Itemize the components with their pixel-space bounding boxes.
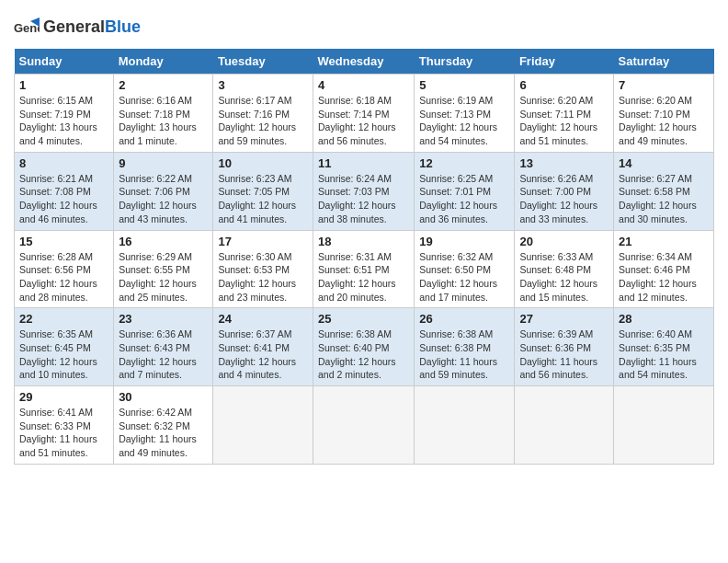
logo-blue-text: Blue (105, 17, 141, 36)
daylight-hours: Daylight: 11 hours and 49 minutes. (119, 432, 208, 459)
daylight-hours: Daylight: 12 hours and 28 minutes. (19, 277, 108, 304)
day-info: Sunrise: 6:35 AMSunset: 6:45 PMDaylight:… (19, 327, 108, 382)
sunrise-time: Sunrise: 6:18 AM (318, 94, 409, 108)
table-row: 14Sunrise: 6:27 AMSunset: 6:58 PMDayligh… (614, 152, 714, 230)
header-wednesday: Wednesday (313, 49, 414, 75)
sunrise-time: Sunrise: 6:38 AM (419, 327, 509, 341)
daylight-hours: Daylight: 11 hours and 56 minutes. (519, 355, 609, 382)
sunset-time: Sunset: 6:35 PM (619, 341, 709, 355)
table-row: 28Sunrise: 6:40 AMSunset: 6:35 PMDayligh… (614, 308, 714, 386)
sunset-time: Sunset: 7:10 PM (619, 108, 709, 121)
sunset-time: Sunset: 7:11 PM (519, 108, 609, 121)
table-row: 10Sunrise: 6:23 AMSunset: 7:05 PMDayligh… (213, 152, 313, 230)
day-number: 7 (619, 78, 709, 92)
day-info: Sunrise: 6:19 AMSunset: 7:13 PMDaylight:… (419, 94, 509, 148)
daylight-hours: Daylight: 12 hours and 2 minutes. (318, 355, 409, 382)
day-number: 2 (119, 78, 208, 92)
day-info: Sunrise: 6:25 AMSunset: 7:01 PMDaylight:… (419, 172, 509, 226)
day-info: Sunrise: 6:36 AMSunset: 6:43 PMDaylight:… (119, 327, 208, 382)
day-info: Sunrise: 6:16 AMSunset: 7:18 PMDaylight:… (119, 94, 208, 148)
table-row (213, 386, 313, 465)
header-thursday: Thursday (415, 49, 515, 75)
table-row: 5Sunrise: 6:19 AMSunset: 7:13 PMDaylight… (415, 75, 515, 153)
day-number: 28 (619, 312, 709, 326)
table-row: 17Sunrise: 6:30 AMSunset: 6:53 PMDayligh… (213, 230, 313, 308)
sunset-time: Sunset: 7:05 PM (218, 185, 308, 199)
sunrise-time: Sunrise: 6:37 AM (218, 327, 308, 341)
daylight-hours: Daylight: 12 hours and 20 minutes. (318, 277, 409, 304)
sunset-time: Sunset: 7:13 PM (419, 108, 509, 121)
sunrise-time: Sunrise: 6:17 AM (218, 94, 308, 108)
table-row (313, 386, 414, 465)
day-number: 9 (119, 156, 208, 170)
sunrise-time: Sunrise: 6:31 AM (318, 250, 409, 264)
header-monday: Monday (114, 49, 213, 75)
day-info: Sunrise: 6:17 AMSunset: 7:16 PMDaylight:… (218, 94, 308, 148)
day-number: 13 (519, 156, 609, 170)
day-info: Sunrise: 6:20 AMSunset: 7:11 PMDaylight:… (519, 94, 609, 148)
sunrise-time: Sunrise: 6:42 AM (119, 406, 208, 419)
day-number: 3 (218, 78, 308, 92)
daylight-hours: Daylight: 12 hours and 25 minutes. (119, 277, 208, 304)
sunset-time: Sunset: 6:36 PM (519, 341, 609, 355)
sunrise-time: Sunrise: 6:39 AM (519, 327, 609, 341)
table-row: 24Sunrise: 6:37 AMSunset: 6:41 PMDayligh… (213, 308, 313, 386)
day-number: 12 (419, 156, 509, 170)
day-info: Sunrise: 6:23 AMSunset: 7:05 PMDaylight:… (218, 172, 308, 226)
day-number: 18 (318, 235, 409, 248)
sunset-time: Sunset: 7:08 PM (19, 185, 108, 199)
sunset-time: Sunset: 7:19 PM (19, 108, 108, 121)
sunset-time: Sunset: 6:56 PM (19, 263, 108, 277)
calendar-header-row: SundayMondayTuesdayWednesdayThursdayFrid… (15, 49, 714, 75)
day-number: 16 (119, 235, 208, 248)
day-info: Sunrise: 6:24 AMSunset: 7:03 PMDaylight:… (318, 172, 409, 226)
daylight-hours: Daylight: 13 hours and 4 minutes. (19, 121, 108, 147)
day-number: 22 (19, 312, 108, 326)
sunrise-time: Sunrise: 6:16 AM (119, 94, 208, 108)
table-row: 7Sunrise: 6:20 AMSunset: 7:10 PMDaylight… (614, 75, 714, 153)
day-info: Sunrise: 6:42 AMSunset: 6:32 PMDaylight:… (119, 406, 208, 460)
calendar-week-row: 8Sunrise: 6:21 AMSunset: 7:08 PMDaylight… (15, 152, 714, 230)
table-row: 4Sunrise: 6:18 AMSunset: 7:14 PMDaylight… (313, 75, 414, 153)
day-number: 11 (318, 156, 409, 170)
sunrise-time: Sunrise: 6:25 AM (419, 172, 509, 186)
table-row: 8Sunrise: 6:21 AMSunset: 7:08 PMDaylight… (15, 152, 114, 230)
logo: General GeneralBlue (14, 14, 141, 40)
header-saturday: Saturday (614, 49, 714, 75)
calendar-week-row: 22Sunrise: 6:35 AMSunset: 6:45 PMDayligh… (15, 308, 714, 386)
daylight-hours: Daylight: 11 hours and 59 minutes. (419, 355, 509, 382)
table-row: 21Sunrise: 6:34 AMSunset: 6:46 PMDayligh… (614, 230, 714, 308)
sunrise-time: Sunrise: 6:32 AM (419, 250, 509, 264)
day-info: Sunrise: 6:21 AMSunset: 7:08 PMDaylight:… (19, 172, 108, 226)
day-number: 19 (419, 235, 509, 248)
daylight-hours: Daylight: 12 hours and 56 minutes. (318, 121, 409, 147)
sunset-time: Sunset: 6:58 PM (619, 185, 709, 199)
day-info: Sunrise: 6:30 AMSunset: 6:53 PMDaylight:… (218, 250, 308, 304)
sunrise-time: Sunrise: 6:21 AM (19, 172, 108, 186)
sunrise-time: Sunrise: 6:23 AM (218, 172, 308, 186)
daylight-hours: Daylight: 12 hours and 10 minutes. (19, 355, 108, 382)
day-info: Sunrise: 6:34 AMSunset: 6:46 PMDaylight:… (619, 250, 709, 304)
table-row: 19Sunrise: 6:32 AMSunset: 6:50 PMDayligh… (415, 230, 515, 308)
calendar-week-row: 29Sunrise: 6:41 AMSunset: 6:33 PMDayligh… (15, 386, 714, 465)
sunset-time: Sunset: 6:50 PM (419, 263, 509, 277)
day-number: 24 (218, 312, 308, 326)
sunset-time: Sunset: 6:46 PM (619, 263, 709, 277)
daylight-hours: Daylight: 12 hours and 4 minutes. (218, 355, 308, 382)
sunset-time: Sunset: 7:06 PM (119, 185, 208, 199)
table-row: 26Sunrise: 6:38 AMSunset: 6:38 PMDayligh… (415, 308, 515, 386)
sunset-time: Sunset: 7:00 PM (519, 185, 609, 199)
sunset-time: Sunset: 6:53 PM (218, 263, 308, 277)
sunrise-time: Sunrise: 6:38 AM (318, 327, 409, 341)
day-number: 26 (419, 312, 509, 326)
calendar-table: SundayMondayTuesdayWednesdayThursdayFrid… (14, 49, 714, 465)
sunset-time: Sunset: 6:55 PM (119, 263, 208, 277)
table-row: 25Sunrise: 6:38 AMSunset: 6:40 PMDayligh… (313, 308, 414, 386)
sunset-time: Sunset: 7:14 PM (318, 108, 409, 121)
day-info: Sunrise: 6:39 AMSunset: 6:36 PMDaylight:… (519, 327, 609, 382)
daylight-hours: Daylight: 12 hours and 41 minutes. (218, 199, 308, 225)
day-info: Sunrise: 6:38 AMSunset: 6:38 PMDaylight:… (419, 327, 509, 382)
day-info: Sunrise: 6:15 AMSunset: 7:19 PMDaylight:… (19, 94, 108, 148)
daylight-hours: Daylight: 12 hours and 15 minutes. (519, 277, 609, 304)
daylight-hours: Daylight: 12 hours and 7 minutes. (119, 355, 208, 382)
